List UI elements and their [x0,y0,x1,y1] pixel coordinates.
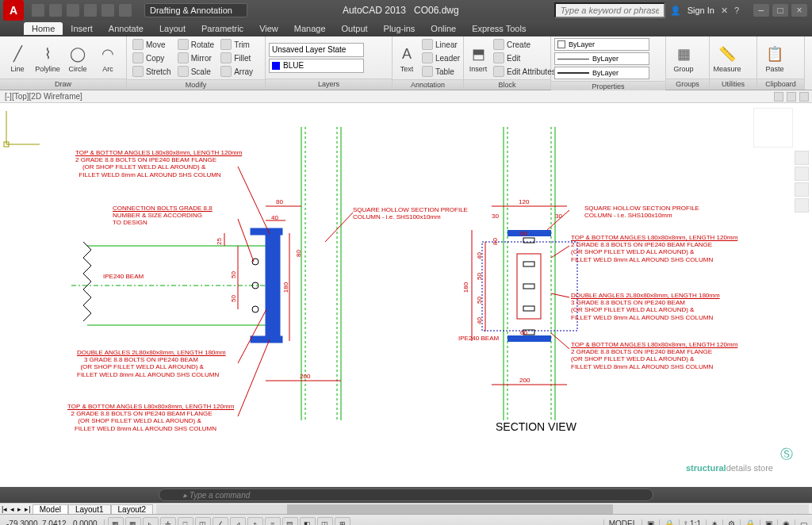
grid-button[interactable]: ▦ [125,517,141,526]
table-button[interactable]: Table [419,65,462,78]
close-button[interactable]: × [791,4,807,17]
undo-icon[interactable] [102,4,114,17]
tab-layout1[interactable]: Layout1 [68,504,111,514]
lineweight-bylayer-dropdown[interactable]: ByLayer [554,67,649,79]
status-lock-icon[interactable]: 🔒 [740,519,760,525]
tab-nav-prev[interactable]: ◂ [9,505,16,513]
tpy-button[interactable]: ▤ [282,517,298,526]
arc-button[interactable]: ◠Arc [94,43,122,73]
note-conn-bolts: CONNECTION BOLTS GRADE 8.8 NUMBER & SIZE… [113,205,213,227]
linear-button[interactable]: Linear [419,38,462,51]
panel-properties-label: Properties [551,81,665,90]
circle-button[interactable]: ◯Circle [63,43,92,73]
tab-annotate[interactable]: Annotate [101,22,151,35]
workspace-switcher[interactable]: Drafting & Annotation [144,3,247,17]
create-button[interactable]: Create [491,38,558,51]
tab-parametric[interactable]: Parametric [193,22,251,35]
tab-nav-last[interactable]: ▸| [23,505,32,513]
status-hwaccel-icon[interactable]: ▣ [760,519,777,525]
help-search-input[interactable] [554,2,665,18]
tab-home[interactable]: Home [24,22,63,35]
app-logo[interactable]: A [3,0,24,21]
move-button[interactable]: Move [130,38,174,51]
status-modelspace-icon[interactable]: ▣ [642,519,659,525]
insert-button[interactable]: ⬒Insert [467,43,489,73]
dim-50a-left: 50 [230,271,237,278]
exchange-icon[interactable]: ✕ [721,6,728,16]
tab-layout2[interactable]: Layout2 [111,504,154,514]
user-icon[interactable]: 👤 [670,6,681,16]
measure-button[interactable]: 📏Measure [713,43,741,73]
status-ws-icon[interactable]: ⚙ [722,519,740,525]
mirror-button[interactable]: Mirror [175,52,216,64]
tab-nav-next[interactable]: ▸ [16,505,23,513]
editattr-button[interactable]: Edit Attributes [491,65,558,78]
copy-button[interactable]: Copy [130,52,174,64]
redo-icon[interactable] [119,4,132,17]
vp-close-icon[interactable] [799,92,809,102]
osnap-button[interactable]: □ [178,517,193,526]
lwt-button[interactable]: ≡ [265,517,281,526]
polyline-button[interactable]: ⌇Polyline [33,43,62,73]
trim-button[interactable]: Trim [218,38,255,51]
text-button[interactable]: AText [396,43,418,73]
status-isolate-icon[interactable]: ◉ [777,519,795,525]
layer-current-dropdown[interactable]: BLUE [269,59,364,73]
tab-view[interactable]: View [251,22,286,35]
tab-expresstools[interactable]: Express Tools [464,22,534,35]
stretch-button[interactable]: Stretch [130,65,174,78]
dyn-button[interactable]: + [247,517,263,526]
status-annoscale-icon[interactable]: 🔒 [659,519,679,525]
tab-nav-first[interactable]: |◂ [0,505,9,513]
snap-button[interactable]: ▦ [108,517,124,526]
tab-layout[interactable]: Layout [151,22,193,35]
status-cleanscreen-icon[interactable]: ▭ [795,519,812,525]
new-icon[interactable] [32,4,44,17]
drawing-canvas[interactable]: TOP & BOTTOM ANGLES L80x80x8mm, LENGTH 1… [0,103,812,487]
tab-plugins[interactable]: Plug-ins [376,22,423,35]
array-button[interactable]: Array [218,65,255,78]
vp-max-icon[interactable] [787,92,796,102]
otrack-button[interactable]: ∠ [213,517,228,526]
ortho-button[interactable]: ⊾ [143,517,159,526]
plot-icon[interactable] [84,4,97,17]
minimize-button[interactable]: ‒ [753,4,769,17]
ribbon-tabs: Home Insert Annotate Layout Parametric V… [0,21,812,36]
stretch-icon [132,66,144,77]
qp-button[interactable]: ◧ [300,517,316,526]
rotate-button[interactable]: Rotate [175,38,216,51]
status-scale[interactable]: ⟟ 1:1 [679,519,706,526]
fillet-button[interactable]: Fillet [218,52,255,64]
tab-insert[interactable]: Insert [63,22,101,35]
tab-model[interactable]: Model [33,504,68,514]
sign-in-button[interactable]: Sign In [688,6,714,15]
status-model[interactable]: MODEL [603,519,642,525]
scale-button[interactable]: Scale [175,65,216,78]
command-input[interactable]: ▸ Type a command [159,489,653,501]
vp-min-icon[interactable] [774,92,783,102]
open-icon[interactable] [49,4,62,17]
sc-button[interactable]: ◫ [317,517,333,526]
am-button[interactable]: ⊞ [335,517,350,526]
group-button[interactable]: ▦Group [669,43,698,73]
edit-button[interactable]: Edit [491,52,558,64]
scrollbar-thumb[interactable] [287,504,613,514]
save-icon[interactable] [67,4,79,17]
polar-button[interactable]: ✛ [160,517,176,526]
tab-output[interactable]: Output [334,22,376,35]
color-bylayer-dropdown[interactable]: ByLayer [554,38,649,51]
tab-online[interactable]: Online [423,22,464,35]
maximize-button[interactable]: □ [772,4,788,17]
ducs-button[interactable]: ⊿ [230,517,246,526]
status-annovis-icon[interactable]: ✶ [706,519,722,525]
paste-button[interactable]: 📋Paste [760,43,789,73]
viewport-label[interactable]: [-][Top][2D Wireframe] [5,92,82,101]
layer-state-dropdown[interactable]: Unsaved Layer State [269,43,364,57]
line-button[interactable]: ╱Line [3,43,32,73]
linetype-bylayer-dropdown[interactable]: ByLayer [554,52,649,65]
horizontal-scrollbar[interactable] [156,504,809,514]
leader-button[interactable]: Leader [419,52,462,64]
tab-manage[interactable]: Manage [286,22,334,35]
help-icon[interactable]: ? [734,6,739,15]
3dosnap-button[interactable]: ◫ [195,517,211,526]
